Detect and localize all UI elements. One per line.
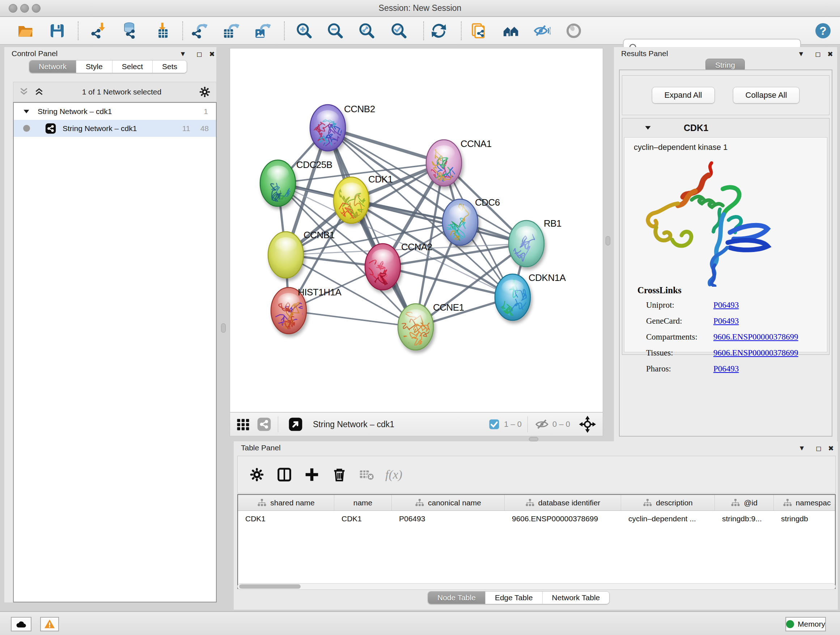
import-table-button[interactable] [150,21,171,41]
table-cell[interactable]: CDK1 [334,511,392,527]
network-node-cdkn1a[interactable] [495,274,531,324]
table-cell[interactable]: cyclin–dependent ... [621,511,715,527]
save-session-button[interactable] [47,21,68,41]
import-network-database-button[interactable] [118,21,139,41]
left-splitter-handle[interactable] [221,323,226,333]
column-header-description[interactable]: description [621,495,715,510]
crosslink-link[interactable]: 9606.ENSP00000378699 [714,348,798,358]
network-graph[interactable]: CCNB2CCNA1CDC25BCDK1CDC6RB1CCNB1CCNA2CDK… [230,49,603,412]
expand-all-icon[interactable] [33,86,45,98]
column-header--id[interactable]: @id [715,495,774,510]
table-cell[interactable]: stringdb:9... [715,511,774,527]
network-node-cdc25b[interactable] [251,160,302,215]
maximize-panel-icon[interactable]: ◻ [196,50,202,58]
right-splitter-handle[interactable] [606,236,610,245]
network-edge[interactable] [289,310,416,327]
table-cell[interactable]: P06493 [392,511,505,527]
crosslink-link[interactable]: P06493 [714,317,739,326]
network-collection-row[interactable]: String Network – cdk1 1 [14,103,216,120]
crosslink-link[interactable]: 9606.ENSP00000378699 [714,333,798,342]
float-panel-icon[interactable]: ▼ [180,50,186,58]
collapse-all-icon[interactable] [18,86,30,98]
zoom-fit-button[interactable] [356,21,377,41]
column-header-name[interactable]: name [334,495,392,510]
float-panel-icon[interactable]: ▼ [798,50,805,58]
export-table-button[interactable] [220,21,241,41]
add-column-icon[interactable] [303,466,320,483]
network-node-cdc6[interactable] [438,199,478,252]
graphics-detail-button[interactable] [563,21,584,41]
import-network-file-button[interactable] [88,21,109,41]
share-view-icon[interactable] [256,416,272,432]
network-options-gear-icon[interactable] [198,86,211,98]
column-header-namespac[interactable]: namespac [774,495,836,510]
help-button[interactable] [813,21,834,41]
apply-layout-button[interactable] [428,21,449,41]
close-panel-icon[interactable]: ✖ [827,50,833,58]
network-node-rb1[interactable] [508,220,544,268]
maximize-panel-icon[interactable]: ◻ [816,444,821,453]
tab-edge-table[interactable]: Edge Table [485,592,543,604]
tab-network-table[interactable]: Network Table [543,592,609,604]
entry-collapse-icon[interactable] [643,123,653,133]
hidden-eye-slash-icon[interactable] [535,417,549,431]
crosslink-link[interactable]: P06493 [714,301,739,310]
export-network-button[interactable] [188,21,209,41]
tab-style[interactable]: Style [76,60,112,73]
table-cell[interactable]: 9606.ENSP00000378699 [505,511,621,527]
network-canvas[interactable]: CCNB2CCNA1CDC25BCDK1CDC6RB1CCNB1CCNA2CDK… [230,48,603,412]
show-columns-icon[interactable] [276,466,293,483]
network-edge[interactable] [383,267,513,297]
toolbar-separator [423,21,424,40]
zoom-in-button[interactable] [294,21,314,41]
export-image-icon [253,22,271,40]
table-cell[interactable]: stringdb [774,511,836,527]
close-panel-icon[interactable]: ✖ [209,50,215,58]
tab-node-table[interactable]: Node Table [428,592,485,604]
result-entry-header[interactable]: CDK1 [622,119,829,137]
grid-view-icon[interactable] [235,416,251,432]
node-table[interactable]: shared namenamecanonical namedatabase id… [237,494,836,589]
horizontal-splitter-handle[interactable] [529,437,538,441]
network-row[interactable]: String Network – cdk1 11 48 [14,120,216,137]
footer-separator [527,416,528,432]
cloud-status-button[interactable] [11,617,32,631]
warnings-button[interactable] [40,617,59,631]
maximize-panel-icon[interactable]: ◻ [815,50,821,58]
collection-expand-icon[interactable] [22,107,31,116]
hide-details-button[interactable] [531,21,553,41]
birdseye-crosshair-icon[interactable] [579,416,596,433]
crosslink-link[interactable]: P06493 [714,364,739,374]
tab-network[interactable]: Network [29,60,76,73]
export-image-button[interactable] [251,21,272,41]
node-label-ccnb2: CCNB2 [344,103,375,114]
table-options-gear-icon[interactable] [248,466,265,483]
tab-sets[interactable]: Sets [153,60,187,73]
zoom-selected-button[interactable] [388,21,409,41]
selected-checkbox-icon[interactable] [488,418,500,431]
column-header-database-identifier[interactable]: database identifier [505,495,621,510]
float-panel-icon[interactable]: ▼ [798,444,805,452]
close-panel-icon[interactable]: ✖ [828,444,834,453]
scrollbar-thumb[interactable] [239,584,301,589]
column-header-canonical-name[interactable]: canonical name [392,495,505,510]
first-neighbors-button[interactable] [500,21,521,41]
table-row[interactable]: CDK1CDK1P064939606.ENSP00000378699cyclin… [238,511,835,527]
table-horizontal-scrollbar[interactable] [237,583,836,590]
column-label: description [656,499,693,507]
footer-separator [278,416,278,432]
collapse-all-button[interactable]: Collapse All [733,87,800,103]
network-node-ccnb1[interactable] [268,232,303,278]
database-import-icon [120,22,137,40]
zoom-out-button[interactable] [325,21,346,41]
table-cell[interactable]: CDK1 [238,511,334,527]
open-session-button[interactable] [15,21,36,41]
export-table-icon [222,22,239,40]
tab-select[interactable]: Select [112,60,153,73]
delete-column-icon[interactable] [331,466,347,483]
column-header-shared-name[interactable]: shared name [238,495,334,510]
detach-view-icon[interactable] [287,416,303,432]
expand-all-button[interactable]: Expand All [652,87,715,103]
clone-network-button[interactable] [468,21,489,41]
memory-button[interactable]: Memory [785,617,826,631]
